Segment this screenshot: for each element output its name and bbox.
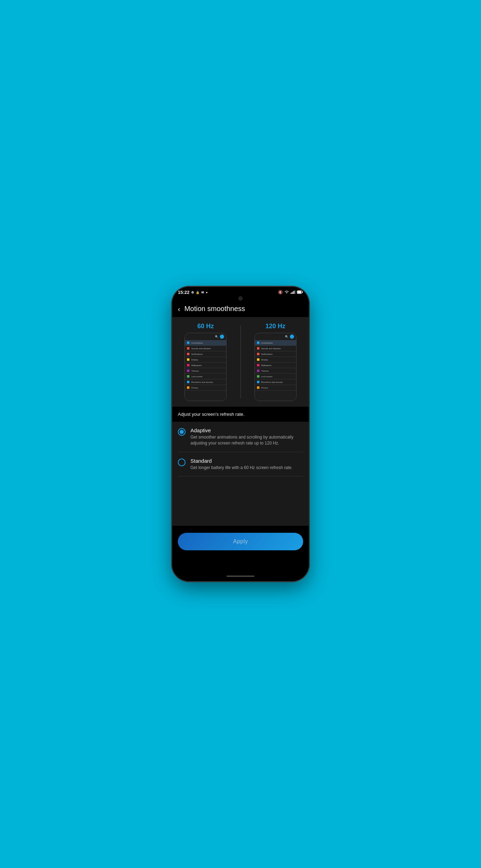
phone-preview-60hz: 🔍 Connections Sounds and vibration bbox=[184, 333, 226, 401]
option-adaptive-title: Adaptive bbox=[190, 427, 303, 433]
bottom-spacer bbox=[172, 557, 309, 571]
preview-120-list: Connections Sounds and vibration Notific… bbox=[255, 340, 296, 401]
camera-area bbox=[172, 296, 309, 302]
hz-60-label: 60 Hz bbox=[197, 323, 214, 330]
description-text: Adjust your screen's refresh rate. bbox=[172, 407, 309, 422]
preview-60-list: Connections Sounds and vibration Notific… bbox=[185, 340, 226, 401]
option-standard[interactable]: Standard Get longer battery life with a … bbox=[178, 452, 303, 477]
back-button[interactable]: ‹ bbox=[178, 305, 180, 312]
list-item: Privacy bbox=[185, 385, 226, 391]
gear-icon: ⚙ bbox=[191, 291, 194, 294]
list-item: Wallpapers bbox=[255, 363, 296, 368]
svg-rect-4 bbox=[295, 290, 295, 294]
preview-search-icon-2: 🔍 bbox=[285, 335, 288, 338]
bottom-bar bbox=[172, 571, 309, 581]
hz-120-label: 120 Hz bbox=[265, 323, 285, 330]
page-title: Motion smoothness bbox=[184, 305, 245, 313]
phone-screen: 15:22 ⚙ 🔒 ✉ • 🔇 bbox=[172, 287, 309, 581]
radio-adaptive-inner bbox=[180, 430, 184, 434]
preview-col-60hz: 60 Hz 🔍 Connections bbox=[176, 323, 235, 401]
preview-avatar-2 bbox=[290, 335, 294, 339]
option-standard-title: Standard bbox=[190, 458, 292, 464]
status-bar: 15:22 ⚙ 🔒 ✉ • 🔇 bbox=[172, 287, 309, 296]
lock-icon: 🔒 bbox=[196, 291, 200, 294]
list-item: Themes bbox=[255, 368, 296, 374]
status-time-area: 15:22 ⚙ 🔒 ✉ • bbox=[178, 290, 208, 295]
list-item: Biometrics and security bbox=[185, 379, 226, 385]
list-item: Connections bbox=[185, 340, 226, 346]
preview-search-icon: 🔍 bbox=[215, 335, 218, 338]
list-item: Display bbox=[185, 357, 226, 363]
wifi-icon bbox=[284, 290, 289, 295]
preview-divider bbox=[240, 325, 241, 398]
apply-button[interactable]: Apply bbox=[178, 533, 303, 550]
list-item: Lock screen bbox=[185, 374, 226, 379]
options-section: Adaptive Get smoother animations and scr… bbox=[172, 422, 309, 526]
phone-preview-120hz: 🔍 Connections Sounds and vibration bbox=[255, 333, 297, 401]
list-item: Wallpapers bbox=[185, 363, 226, 368]
list-item: Connections bbox=[255, 340, 296, 346]
main-content: 60 Hz 🔍 Connections bbox=[172, 317, 309, 571]
clock-time: 15:22 bbox=[178, 290, 189, 295]
preview-section: 60 Hz 🔍 Connections bbox=[172, 317, 309, 407]
list-item: Privacy bbox=[255, 385, 296, 391]
list-item: Sounds and vibration bbox=[255, 346, 296, 351]
signal-icon bbox=[291, 290, 295, 295]
list-item: Notifications bbox=[255, 351, 296, 357]
notification-dot: • bbox=[206, 290, 208, 295]
apply-section: Apply bbox=[172, 526, 309, 557]
svg-rect-6 bbox=[298, 291, 301, 293]
list-item: Biometrics and security bbox=[255, 379, 296, 385]
radio-standard[interactable] bbox=[178, 459, 186, 466]
list-item: Lock screen bbox=[255, 374, 296, 379]
preview-col-120hz: 120 Hz 🔍 Connections bbox=[246, 323, 305, 401]
list-item: Notifications bbox=[185, 351, 226, 357]
phone-device: 15:22 ⚙ 🔒 ✉ • 🔇 bbox=[172, 287, 309, 581]
radio-adaptive[interactable] bbox=[178, 428, 186, 436]
camera-dot bbox=[238, 296, 243, 301]
svg-rect-3 bbox=[294, 291, 294, 294]
list-item: Themes bbox=[185, 368, 226, 374]
option-adaptive[interactable]: Adaptive Get smoother animations and scr… bbox=[178, 422, 303, 452]
option-standard-text: Standard Get longer battery life with a … bbox=[190, 458, 292, 471]
preview-60-status: 🔍 bbox=[185, 333, 226, 340]
preview-120-status: 🔍 bbox=[255, 333, 296, 340]
option-adaptive-desc: Get smoother animations and scrolling by… bbox=[190, 434, 303, 446]
svg-rect-0 bbox=[291, 293, 291, 294]
mute-icon: 🔇 bbox=[278, 290, 283, 295]
page-header: ‹ Motion smoothness bbox=[172, 302, 309, 317]
home-indicator bbox=[226, 576, 255, 577]
preview-avatar bbox=[220, 335, 224, 339]
list-item: Sounds and vibration bbox=[185, 346, 226, 351]
option-adaptive-text: Adaptive Get smoother animations and scr… bbox=[190, 427, 303, 446]
svg-rect-7 bbox=[302, 291, 303, 293]
battery-icon bbox=[297, 290, 303, 295]
list-item: Display bbox=[255, 357, 296, 363]
option-standard-desc: Get longer battery life with a 60 Hz scr… bbox=[190, 465, 292, 471]
email-icon: ✉ bbox=[201, 291, 204, 294]
svg-rect-2 bbox=[293, 291, 293, 294]
status-icons-right: 🔇 bbox=[278, 290, 303, 295]
svg-rect-1 bbox=[292, 292, 292, 294]
